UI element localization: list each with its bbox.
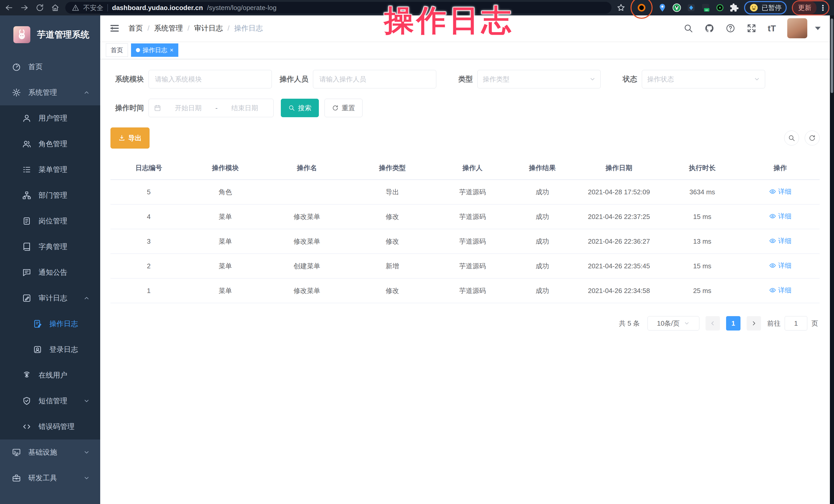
app-logo-row[interactable]: 芋道管理系统 (0, 16, 100, 54)
emoji-avatar-icon (749, 3, 759, 12)
goto-page-input[interactable] (785, 316, 807, 330)
green-dot-extension-icon[interactable] (715, 3, 725, 12)
header-search-icon[interactable] (683, 23, 693, 33)
date-range-picker[interactable]: 开始日期 - 结束日期 (149, 99, 273, 117)
sidebar-item-roles[interactable]: 角色管理 (0, 131, 100, 157)
refresh-icon (332, 105, 338, 111)
search-button[interactable]: 搜索 (281, 99, 319, 117)
tab-operate-log[interactable]: 操作日志 × (131, 43, 178, 57)
sidebar-item-login-log[interactable]: 登录日志 (0, 337, 100, 363)
annotation-page-title: 操作日志 (384, 1, 513, 41)
sidebar-item-posts[interactable]: 岗位管理 (0, 208, 100, 234)
refresh-table-button[interactable] (805, 131, 819, 146)
reload-icon[interactable] (36, 3, 44, 12)
warning-icon (72, 4, 79, 11)
profile-chip[interactable]: 已暂停 (745, 2, 786, 13)
login-log-icon (33, 345, 42, 354)
back-icon[interactable] (5, 3, 13, 12)
user-avatar[interactable] (787, 18, 807, 38)
green-v-extension-icon[interactable] (672, 3, 681, 12)
font-size-icon[interactable]: tT (768, 23, 776, 34)
address-divider (107, 4, 108, 11)
tab-close-icon[interactable]: × (170, 47, 173, 53)
scrollbar-thumb[interactable] (831, 19, 833, 93)
module-label: 系统模块 (110, 74, 149, 84)
url-path: /system/log/operate-log (207, 4, 277, 12)
table-row: 4 菜单 修改菜单 修改 芋道源码 成功 2021-04-26 22:37:25… (110, 204, 819, 229)
bookmark-star-icon[interactable] (617, 3, 626, 12)
calendar-icon (154, 104, 161, 112)
update-button[interactable]: 更新 (793, 1, 816, 15)
address-bar[interactable]: 不安全 dashboard.yudao.iocoder.cn /system/l… (65, 2, 612, 14)
pin-extension-icon[interactable] (658, 3, 667, 12)
range-separator: - (215, 104, 218, 112)
sidebar-item-home[interactable]: 首页 (0, 54, 100, 80)
annotation-circle-extension (631, 0, 653, 19)
menu-list-icon (22, 165, 31, 174)
home-icon[interactable] (51, 3, 60, 12)
breadcrumb-system[interactable]: 系统管理 (154, 23, 183, 33)
app-logo (13, 26, 30, 43)
sidebar-item-audit-log[interactable]: 审计日志 (0, 285, 100, 311)
breadcrumb-home[interactable]: 首页 (129, 23, 143, 33)
chevron-up-icon (83, 295, 90, 302)
type-select[interactable]: 操作类型 (477, 70, 601, 88)
hamburger-icon[interactable] (109, 23, 120, 34)
sidebar-item-system[interactable]: 系统管理 (0, 80, 100, 105)
breadcrumb-audit-log[interactable]: 审计日志 (194, 23, 223, 33)
view-eye-icon (769, 262, 776, 269)
sidebar-item-operate-log[interactable]: 操作日志 (0, 311, 100, 337)
help-icon[interactable] (726, 23, 736, 33)
extension-icon-orange[interactable] (637, 3, 646, 12)
sidebar-item-users[interactable]: 用户管理 (0, 105, 100, 131)
show-search-button[interactable] (784, 131, 799, 146)
detail-link[interactable]: 详细 (769, 261, 792, 270)
sidebar-item-dev-tools[interactable]: 研发工具 (0, 465, 100, 491)
sidebar-item-infrastructure[interactable]: 基础设施 (0, 439, 100, 465)
export-button[interactable]: 导出 (110, 128, 150, 149)
toolbox-icon (12, 474, 21, 483)
puzzle-extensions-icon[interactable] (730, 3, 739, 12)
org-tree-icon (22, 191, 31, 200)
on-badge-extension-icon[interactable]: on (701, 3, 710, 12)
current-page-button[interactable]: 1 (726, 316, 741, 330)
table-header-row: 日志编号 操作模块 操作名 操作类型 操作人 操作结果 操作日期 执行时长 操作 (110, 156, 819, 180)
detail-link[interactable]: 详细 (769, 187, 792, 196)
sidebar-item-departments[interactable]: 部门管理 (0, 182, 100, 208)
github-icon[interactable] (704, 23, 714, 33)
refresh-icon (809, 134, 816, 141)
operator-input[interactable] (320, 75, 430, 83)
sidebar-item-error-codes[interactable]: 错误码管理 (0, 414, 100, 439)
next-page-button[interactable] (747, 316, 761, 330)
annotation-circle-update: 更新 ⋮ (792, 0, 829, 16)
prev-page-button[interactable] (705, 316, 720, 330)
sidebar-item-sms[interactable]: 短信管理 (0, 388, 100, 414)
sidebar-item-menus[interactable]: 菜单管理 (0, 157, 100, 182)
table-row: 5 角色 导出 芋道源码 成功 2021-04-28 17:52:09 3634… (110, 180, 819, 204)
detail-link[interactable]: 详细 (769, 237, 792, 245)
tab-home[interactable]: 首页 (106, 43, 128, 57)
chevron-up-icon (83, 89, 90, 96)
sidebar-item-dictionary[interactable]: 字典管理 (0, 234, 100, 260)
security-label: 不安全 (83, 3, 103, 12)
status-select[interactable]: 操作状态 (642, 70, 765, 88)
reset-button[interactable]: 重置 (325, 99, 363, 117)
fullscreen-icon[interactable] (747, 23, 756, 33)
detail-link[interactable]: 详细 (769, 286, 792, 295)
forward-icon[interactable] (20, 3, 29, 12)
view-eye-icon (769, 287, 776, 294)
page-scrollbar[interactable] (830, 16, 834, 504)
user-icon (22, 114, 31, 123)
chevron-down-icon (684, 320, 690, 326)
sidebar-item-notices[interactable]: 通知公告 (0, 260, 100, 285)
diamond-extension-icon[interactable] (686, 3, 696, 12)
sidebar-item-online-users[interactable]: 在线用户 (0, 363, 100, 388)
detail-link[interactable]: 详细 (769, 212, 792, 221)
system-submenu: 用户管理 角色管理 菜单管理 部门管理 岗位管理 字典管理 通知公告 审计日志 (0, 105, 100, 439)
avatar-caret-icon[interactable] (815, 27, 821, 30)
browser-menu-icon[interactable]: ⋮ (816, 3, 828, 12)
time-label: 操作时间 (110, 103, 149, 113)
module-input[interactable] (155, 75, 265, 83)
page-size-select[interactable]: 10条/页 (648, 316, 699, 330)
pagination: 共 5 条 10条/页 1 前往 页 (110, 316, 819, 330)
